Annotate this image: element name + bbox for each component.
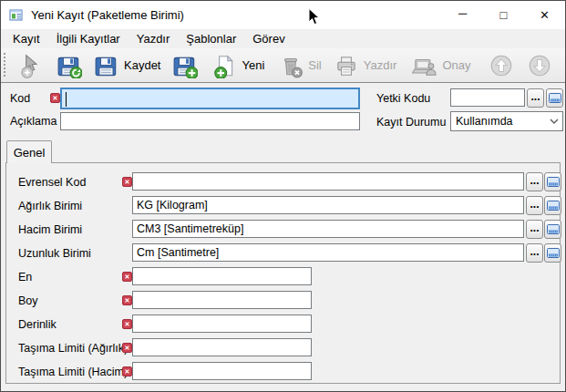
evrensel-kod-form-button[interactable] [544, 172, 561, 191]
delete-icon [278, 53, 304, 78]
aciklama-input[interactable] [60, 112, 360, 130]
genel-tab-panel: Evrensel Kod ... Ağırlık Birimi ... Haci… [5, 162, 561, 384]
minimize-icon: ─ [458, 6, 467, 20]
form-lookup-icon [547, 177, 560, 187]
save-refresh-icon [57, 53, 82, 78]
uzunluk-birimi-form-button[interactable] [544, 243, 561, 263]
pointer-add-icon [17, 53, 43, 78]
save-button[interactable]: Kaydet [92, 52, 162, 79]
yetki-kodu-input[interactable] [450, 88, 525, 107]
menu-yazdir[interactable]: Yazdır [129, 30, 179, 47]
form-lookup-icon [547, 201, 560, 211]
chevron-down-icon [546, 119, 562, 124]
save-icon [94, 53, 119, 78]
text-caret [66, 92, 67, 107]
kayit-durumu-value: Kullanımda [456, 115, 546, 128]
kayit-durumu-select[interactable]: Kullanımda [450, 111, 563, 131]
close-icon: ✕ [540, 8, 550, 22]
tab-genel-label: Genel [14, 146, 46, 160]
window-controls: ─ □ ✕ [442, 1, 565, 29]
boy-input[interactable] [132, 291, 312, 309]
save-refresh-button[interactable] [55, 52, 84, 79]
print-icon [334, 53, 359, 78]
form-row-tasima-limiti-hacim: Taşıma Limiti (Hacim) [6, 362, 560, 382]
required-icon [122, 272, 132, 282]
required-icon [122, 295, 132, 305]
menu-ilgili-kayitlar[interactable]: İlgili Kayıtlar [48, 30, 129, 47]
hacim-birimi-label: Hacim Birimi [18, 221, 82, 239]
ellipsis-icon: ... [530, 246, 539, 257]
required-icon [122, 177, 132, 187]
agirlik-birimi-form-button[interactable] [544, 196, 561, 215]
menu-sablonlar[interactable]: Şablonlar [178, 30, 244, 47]
yetki-kodu-label: Yetki Kodu [376, 89, 430, 108]
agirlik-birimi-lookup-button[interactable]: ... [526, 196, 543, 215]
evrensel-kod-lookup-button[interactable]: ... [526, 172, 543, 191]
mouse-cursor [308, 8, 321, 26]
menu-bar: Kayıt İlgili Kayıtlar Yazdır Şablonlar G… [1, 29, 565, 48]
window-check-icon [562, 53, 566, 78]
save-new-icon [172, 53, 198, 78]
app-icon [9, 8, 24, 23]
select-add-button [15, 52, 45, 79]
hacim-birimi-lookup-button[interactable]: ... [526, 220, 543, 239]
minimize-button[interactable]: ─ [442, 1, 483, 29]
form-lookup-icon [547, 248, 560, 258]
required-icon [122, 343, 132, 353]
form-row-boy: Boy [6, 291, 560, 311]
agirlik-birimi-input[interactable] [132, 196, 524, 214]
tab-genel[interactable]: Genel [6, 140, 52, 163]
ellipsis-icon: ... [530, 175, 539, 186]
form-lookup-icon [547, 224, 560, 234]
required-icon [122, 319, 132, 329]
arrow-up-icon [489, 53, 514, 78]
tasima-limiti-hacim-input[interactable] [132, 362, 312, 380]
menu-gorev[interactable]: Görev [244, 30, 293, 47]
evrensel-kod-input[interactable] [132, 172, 524, 191]
approve-icon [412, 53, 437, 78]
print-button-label: Yazdır [364, 58, 397, 72]
ellipsis-icon: ... [530, 222, 539, 233]
hacim-birimi-form-button[interactable] [544, 220, 561, 239]
form-row-derinlik: Derinlik [6, 315, 560, 335]
tasima-limiti-hacim-label: Taşıma Limiti (Hacim) [18, 363, 128, 381]
derinlik-input[interactable] [132, 315, 312, 333]
evrensel-kod-label: Evrensel Kod [18, 173, 86, 191]
menu-kayit[interactable]: Kayıt [5, 30, 48, 47]
toolbar-grip-handle[interactable] [3, 52, 6, 78]
tasima-limiti-agirlik-label: Taşıma Limiti (Ağırlık) [18, 339, 128, 357]
yetki-kodu-lookup-button[interactable]: ... [527, 88, 544, 108]
uzunluk-birimi-lookup-button[interactable]: ... [526, 243, 543, 263]
hacim-birimi-input[interactable] [132, 220, 524, 238]
confirm-close-button[interactable] [561, 52, 566, 79]
move-up-button [487, 52, 516, 79]
toolbar: Kaydet Yeni Si [1, 48, 565, 83]
window-title: Yeni Kayıt (Paketleme Birimi) [31, 8, 184, 22]
new-button[interactable]: Yeni [210, 52, 266, 79]
derinlik-label: Derinlik [18, 315, 57, 334]
form-row-agirlik-birimi: Ağırlık Birimi ... [6, 196, 560, 216]
form-row-uzunluk-birimi: Uzunluk Birimi ... [6, 243, 560, 263]
en-input[interactable] [132, 267, 312, 285]
required-icon [122, 366, 132, 377]
aciklama-label: Açıklama [10, 112, 57, 130]
approve-button: Onay [410, 52, 472, 79]
form-row-evrensel-kod: Evrensel Kod ... [6, 172, 560, 192]
delete-button: Sil [276, 52, 323, 79]
close-button[interactable]: ✕ [524, 1, 565, 29]
app-window: Yeni Kayıt (Paketleme Birimi) ─ □ ✕ Kayı… [0, 0, 566, 392]
ellipsis-icon: ... [530, 91, 540, 102]
en-label: En [18, 268, 32, 286]
agirlik-birimi-label: Ağırlık Birimi [18, 197, 82, 215]
print-button: Yazdır [332, 52, 399, 79]
header-form: Kod Açıklama Yetki Kodu ... Kayıt Durumu… [1, 83, 565, 139]
kod-input[interactable] [60, 88, 360, 109]
maximize-icon: □ [500, 8, 508, 22]
uzunluk-birimi-input[interactable] [132, 243, 524, 262]
yetki-kodu-form-button[interactable] [546, 88, 563, 108]
tasima-limiti-agirlik-input[interactable] [132, 338, 312, 356]
form-row-en: En [6, 267, 560, 287]
move-down-button [525, 52, 554, 79]
maximize-button[interactable]: □ [483, 1, 524, 29]
save-new-button[interactable] [170, 52, 200, 79]
